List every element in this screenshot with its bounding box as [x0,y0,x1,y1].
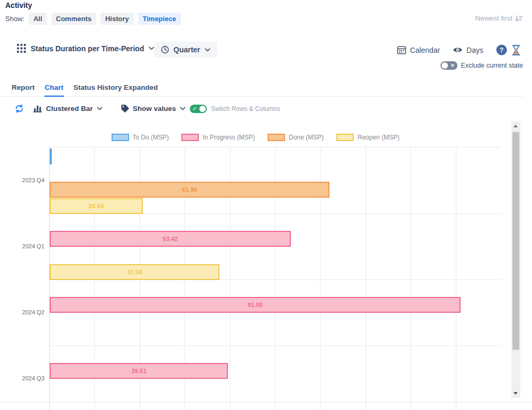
switch-rows-columns-row: ✓ Switch Rows & Columns [190,105,280,113]
bar-reopen-msp--2023-q4[interactable]: 20.64 [50,198,143,214]
chart-area: To Do (MSP)In Progress (MSP)Done (MSP)Re… [0,122,511,410]
band-separator [50,346,501,346]
bar-in-progress-msp--2024-q3[interactable]: 39.51 [50,363,228,379]
chevron-down-icon [97,107,103,110]
bar-value-label: 61.96 [182,187,197,193]
legend-item[interactable]: Reopen (MSP) [336,134,399,141]
exclude-current-state-label: Exclude current state [461,62,523,69]
bar-chart-icon [33,104,42,113]
switch-rows-columns-toggle[interactable]: ✓ [190,105,207,113]
show-values-dropdown[interactable]: Show values [121,104,186,113]
refresh-button[interactable] [14,104,24,114]
legend-label: In Progress (MSP) [203,134,255,141]
legend-label: Done (MSP) [289,134,324,141]
filter-history[interactable]: History [100,13,134,25]
grid-icon [17,44,26,53]
bar-reopen-msp--2024-q1[interactable]: 37.58 [50,264,219,280]
period-label: Quarter [173,45,200,54]
toolbar-utilities: Calendar Days ? [397,44,520,55]
vertical-scrollbar[interactable] [511,122,520,398]
bar-value-label: 39.51 [131,368,146,374]
toggle-knob [199,106,206,112]
filter-all[interactable]: All [29,13,47,25]
category-label: 2024 Q2 [22,309,44,315]
bar-in-progress-msp--2024-q1[interactable]: 53.42 [50,231,291,247]
check-icon: ✓ [192,105,197,113]
triangle-down-icon [513,392,518,395]
bar-done-msp--2023-q4[interactable]: 61.96 [50,182,329,198]
eye-icon [453,46,463,53]
legend-swatch [181,134,199,141]
bar-value-label: 91.00 [247,302,263,308]
exclude-current-state-toggle[interactable]: ✕ [441,61,457,70]
sort-label: Newest first [475,14,512,22]
switch-rows-columns-label: Switch Rows & Columns [211,105,280,113]
legend-swatch [268,134,285,141]
show-filter-group: AllCommentsHistoryTimepiece [29,13,181,25]
toggle-knob [442,62,448,69]
cross-icon: ✕ [451,62,455,69]
category-label: 2023 Q4 [22,177,44,183]
bar-value-label: 53.42 [163,236,178,242]
calendar-button[interactable]: Calendar [397,45,440,54]
triangle-up-icon [513,125,518,127]
unit-label: Days [466,46,483,54]
calendar-icon [397,45,406,54]
exclude-current-state-row: ✕ Exclude current state [441,61,523,70]
legend-item[interactable]: To Do (MSP) [112,134,169,141]
clock-icon [161,45,169,54]
scroll-down-button[interactable] [511,389,520,398]
legend-swatch [336,134,354,141]
legend-item[interactable]: In Progress (MSP) [181,134,255,141]
tab-chart[interactable]: Chart [44,82,64,97]
hourglass-icon[interactable] [512,45,520,55]
category-label: 2024 Q1 [22,243,44,249]
show-values-label: Show values [133,105,176,113]
legend-item[interactable]: Done (MSP) [268,134,324,141]
help-and-logo: ? [496,44,520,55]
sort-descending-icon [515,15,523,22]
tag-icon [121,104,129,113]
bottom-divider [0,402,532,403]
report-type-label: Status Duration per Time-Period [31,44,144,53]
legend-label: To Do (MSP) [133,134,169,141]
chart-type-label: Clustered Bar [46,105,93,113]
filter-comments[interactable]: Comments [51,13,96,25]
show-label: Show: [5,15,24,23]
report-type-dropdown[interactable]: Status Duration per Time-Period [17,44,154,53]
chevron-down-icon [205,48,210,52]
plot-area: 53.4291.0039.5161.9620.6437.58 [49,147,501,410]
help-icon[interactable]: ? [496,44,507,55]
show-filter-row: Show: AllCommentsHistoryTimepiece [5,13,181,25]
tab-report[interactable]: Report [11,82,35,96]
gridline [456,147,456,410]
bar-value-label: 20.64 [89,203,104,209]
bar-value-label: 37.58 [127,269,142,275]
legend-swatch [112,134,129,141]
gridline [410,147,411,410]
bar-in-progress-msp--2024-q2[interactable]: 91.00 [50,297,461,313]
bar-to-do-msp--2023-q4[interactable] [50,148,52,164]
scroll-up-button[interactable] [511,122,520,130]
scrollbar-thumb[interactable] [512,132,519,350]
chevron-down-icon [180,107,186,110]
tab-status-history-expanded[interactable]: Status History Expanded [73,82,159,96]
svg-text:?: ? [500,46,503,54]
category-axis: 2023 Q42024 Q12024 Q22024 Q3 [0,147,47,410]
unit-selector-button[interactable]: Days [453,46,483,54]
page-title: Activity [5,1,32,10]
filter-timepiece[interactable]: Timepiece [138,13,181,25]
chart-legend: To Do (MSP)In Progress (MSP)Done (MSP)Re… [0,134,511,141]
legend-label: Reopen (MSP) [357,134,399,141]
period-dropdown[interactable]: Quarter [154,42,217,58]
category-label: 2024 Q3 [22,375,44,381]
sort-control[interactable]: Newest first [475,14,523,22]
tab-bar: ReportChartStatus History Expanded [0,82,524,97]
gridline [365,147,366,410]
chart-type-dropdown[interactable]: Clustered Bar [33,104,103,113]
calendar-label: Calendar [410,46,440,54]
